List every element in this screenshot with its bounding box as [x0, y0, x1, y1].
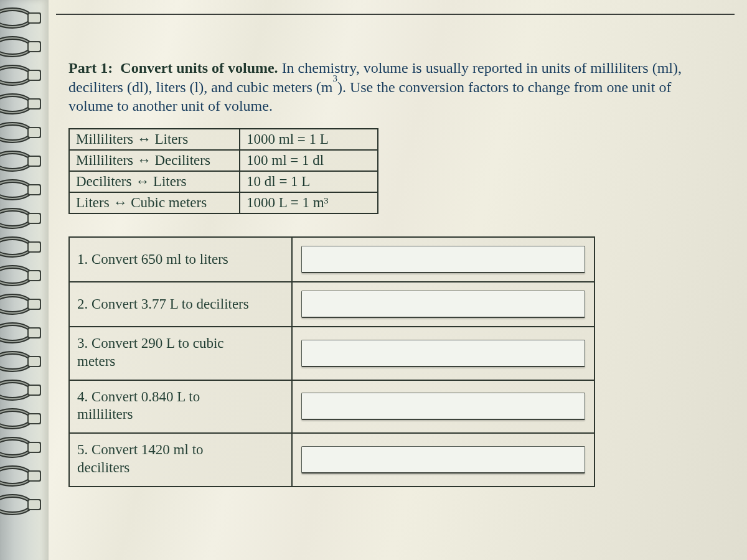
problem-prompt: 5. Convert 1420 ml to deciliters: [69, 433, 292, 487]
problem-answer-cell: [292, 282, 594, 327]
svg-rect-15: [29, 100, 40, 108]
table-row: Deciliters ↔ Liters 10 dl = 1 L: [69, 171, 378, 192]
svg-rect-39: [29, 271, 40, 280]
svg-rect-3: [29, 14, 40, 22]
table-row: 4. Convert 0.840 L to milliliters: [69, 380, 594, 434]
svg-rect-63: [29, 443, 40, 452]
problem-prompt: 1. Convert 650 ml to liters: [69, 237, 292, 282]
notebook-spiral-strip: // placeholder – rings rendered below vi…: [0, 0, 49, 560]
worksheet-page: Part 1: Convert units of volume. In chem…: [68, 44, 730, 487]
svg-rect-31: [29, 214, 40, 223]
table-row: 1. Convert 650 ml to liters: [69, 237, 594, 282]
problem-answer-cell: [292, 380, 594, 434]
svg-rect-19: [29, 128, 40, 137]
answer-input-5[interactable]: [301, 446, 585, 474]
table-row: 2. Convert 3.77 L to deciliters: [69, 282, 594, 327]
cf-pair: Deciliters ↔ Liters: [69, 171, 240, 192]
cf-factor: 100 ml = 1 dl: [240, 150, 378, 171]
problem-answer-cell: [292, 327, 594, 380]
table-row: Liters ↔ Cubic meters 1000 L = 1 m³: [69, 192, 378, 213]
svg-rect-35: [29, 243, 40, 251]
cf-pair: Liters ↔ Cubic meters: [69, 192, 240, 213]
part-title: Convert units of volume.: [120, 60, 278, 76]
problem-prompt: 2. Convert 3.77 L to deciliters: [69, 282, 292, 327]
cf-pair: Milliliters ↔ Deciliters: [69, 150, 240, 171]
cf-factor: 1000 L = 1 m³: [240, 192, 378, 213]
table-row: Milliliters ↔ Liters 1000 ml = 1 L: [69, 129, 378, 150]
problem-prompt: 4. Convert 0.840 L to milliliters: [69, 380, 292, 434]
cf-factor: 10 dl = 1 L: [240, 171, 378, 192]
svg-rect-43: [29, 300, 40, 309]
intro-cube: 3: [333, 73, 337, 83]
answer-input-1[interactable]: [301, 246, 585, 273]
problem-answer-cell: [292, 237, 594, 282]
intro-paragraph: Part 1: Convert units of volume. In chem…: [68, 58, 694, 116]
svg-rect-55: [29, 386, 40, 394]
svg-rect-59: [29, 414, 40, 423]
svg-rect-51: [29, 357, 40, 366]
problems-table: 1. Convert 650 ml to liters 2. Convert 3…: [68, 236, 595, 487]
problem-prompt: 3. Convert 290 L to cubic meters: [69, 327, 292, 380]
problem-answer-cell: [292, 433, 594, 487]
cf-factor: 1000 ml = 1 L: [240, 129, 378, 150]
table-row: Milliliters ↔ Deciliters 100 ml = 1 dl: [69, 150, 378, 171]
svg-rect-71: [29, 500, 40, 509]
svg-rect-27: [29, 185, 40, 194]
conversion-factor-table: Milliliters ↔ Liters 1000 ml = 1 L Milli…: [68, 128, 378, 214]
answer-input-3[interactable]: [301, 340, 585, 367]
svg-rect-11: [29, 71, 40, 80]
table-row: 3. Convert 290 L to cubic meters: [69, 327, 594, 380]
part-label: Part 1:: [68, 60, 113, 76]
answer-input-2[interactable]: [301, 291, 585, 318]
page-top-rule: [56, 14, 735, 15]
svg-rect-47: [29, 329, 40, 337]
svg-rect-7: [29, 42, 40, 51]
table-row: 5. Convert 1420 ml to deciliters: [69, 433, 594, 487]
svg-rect-23: [29, 157, 40, 166]
cf-pair: Milliliters ↔ Liters: [69, 129, 240, 150]
svg-rect-67: [29, 472, 40, 480]
answer-input-4[interactable]: [301, 393, 585, 420]
